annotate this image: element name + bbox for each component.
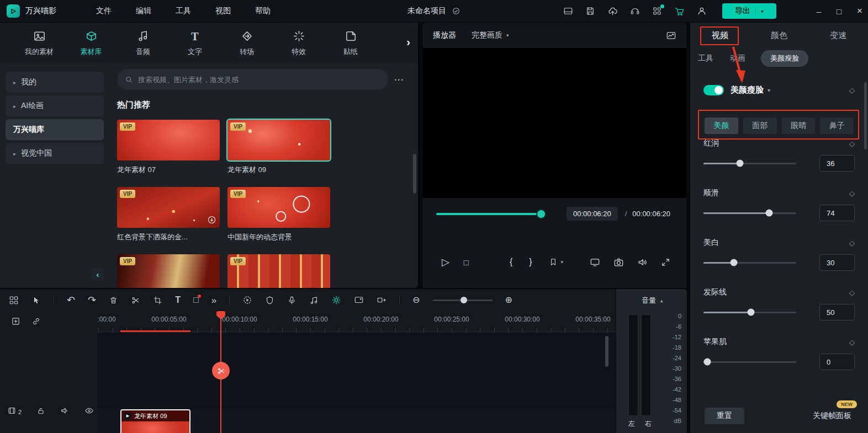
link-clips-icon[interactable] <box>31 317 41 326</box>
menu-edit[interactable]: 编辑 <box>136 6 151 16</box>
keyframe-diamond-icon[interactable]: ◇ <box>849 288 855 297</box>
keyframe-panel-button[interactable]: 关键帧面板 NEW <box>811 408 854 424</box>
zoom-handle[interactable] <box>461 297 467 303</box>
slider-track[interactable] <box>703 212 796 214</box>
tab-stickers[interactable]: 贴纸 <box>326 30 375 57</box>
zoom-in-icon[interactable]: ⊕ <box>505 296 512 304</box>
add-text-icon[interactable]: T <box>175 295 181 305</box>
keyframe-diamond-icon[interactable]: ◇ <box>849 86 855 94</box>
cloud-upload-icon[interactable] <box>607 6 618 17</box>
feature-caret-icon[interactable]: ▾ <box>768 87 770 93</box>
keyframe-play-icon[interactable] <box>242 295 252 305</box>
beauty-tab-nose[interactable]: 鼻子 <box>820 117 854 134</box>
apps-grid-icon[interactable] <box>652 6 662 16</box>
timeline-clip[interactable]: ▶ 龙年素材 09 <box>120 409 190 433</box>
timeline-zoom-slider[interactable] <box>433 300 493 301</box>
headset-icon[interactable] <box>630 6 640 16</box>
tab-transition[interactable]: 转场 <box>222 30 272 57</box>
subtab-tools[interactable]: 工具 <box>698 54 713 63</box>
hide-track-icon[interactable] <box>84 406 94 415</box>
stabilize-shield-icon[interactable] <box>265 296 274 305</box>
mirror-display-icon[interactable] <box>590 257 600 268</box>
slider-handle[interactable] <box>703 359 711 366</box>
beauty-tab-face[interactable]: 面部 <box>743 117 777 134</box>
keyframe-diamond-icon[interactable]: ◇ <box>849 338 855 346</box>
account-icon[interactable] <box>697 6 707 16</box>
playhead-handle[interactable] <box>216 311 225 316</box>
zoom-out-icon[interactable]: ⊖ <box>412 296 420 304</box>
save-icon[interactable] <box>585 6 595 16</box>
track-count-icon[interactable]: 2 <box>8 406 22 415</box>
scopes-icon[interactable] <box>666 30 676 41</box>
slider-value-input[interactable]: 30 <box>819 254 855 271</box>
stop-button-icon[interactable]: □ <box>464 258 469 267</box>
current-time[interactable]: 00:00:06:20 <box>567 207 618 221</box>
export-caret-icon[interactable]: ▾ <box>761 8 764 14</box>
menu-tools[interactable]: 工具 <box>176 6 191 16</box>
tab-color[interactable]: 颜色 <box>749 30 808 41</box>
slider-handle[interactable] <box>747 309 754 316</box>
tab-text[interactable]: T 文字 <box>170 30 220 57</box>
delete-icon[interactable] <box>109 296 118 305</box>
thumbnail-red-gold[interactable]: VIP <box>117 187 220 228</box>
timeline-scrollbar[interactable] <box>605 336 608 367</box>
snapshot-camera-icon[interactable] <box>613 257 624 268</box>
slider-handle[interactable] <box>766 210 773 217</box>
search-input[interactable] <box>138 76 380 84</box>
tab-speed[interactable]: 变速 <box>809 30 868 41</box>
tab-my-media[interactable]: 我的素材 <box>14 30 64 57</box>
cart-icon[interactable] <box>674 6 685 17</box>
minimize-button[interactable]: – <box>817 7 821 16</box>
mark-out-icon[interactable]: } <box>529 257 532 267</box>
sidebar-item-ai-painting[interactable]: ▸ AI绘画 <box>6 95 104 116</box>
thumbnail-longnian-07[interactable]: VIP <box>117 120 220 161</box>
project-name[interactable]: 未命名项目 <box>407 6 446 16</box>
maximize-button[interactable]: □ <box>837 7 841 16</box>
beauty-tab-beauty[interactable]: 美颜 <box>705 117 738 134</box>
media-scrollbar[interactable] <box>413 154 416 194</box>
tab-audio[interactable]: 音频 <box>118 30 168 57</box>
render-preview-icon[interactable] <box>331 295 341 305</box>
workspace-layout-icon[interactable] <box>9 295 19 305</box>
beauty-tab-eyes[interactable]: 眼睛 <box>782 117 816 134</box>
slider-track[interactable] <box>703 312 796 313</box>
layout-icon[interactable] <box>563 6 573 16</box>
play-button-icon[interactable]: ▷ <box>442 256 449 268</box>
sidebar-item-wondershare-library[interactable]: 万兴喵库 <box>6 119 104 140</box>
thumbnail-longnian-09-selected[interactable]: VIP <box>227 120 330 161</box>
tabs-expand-arrow-icon[interactable]: › <box>406 36 410 49</box>
thumbnail-partial-2[interactable]: VIP <box>227 254 330 288</box>
menu-help[interactable]: 帮助 <box>255 6 271 16</box>
slider-track[interactable] <box>703 163 796 164</box>
properties-scrollbar[interactable] <box>864 82 867 149</box>
more-options-icon[interactable]: ⋯ <box>388 74 410 85</box>
marker-icon[interactable] <box>549 258 558 266</box>
more-tools-icon[interactable]: » <box>211 296 216 305</box>
slider-value-input[interactable]: 50 <box>819 304 855 320</box>
slider-handle[interactable] <box>731 259 738 266</box>
lock-track-icon[interactable] <box>36 407 45 415</box>
menu-view[interactable]: 视图 <box>215 6 231 16</box>
keyframe-diamond-icon[interactable]: ◇ <box>849 239 855 247</box>
thumbnail-partial-1[interactable]: VIP <box>117 254 220 288</box>
menu-file[interactable]: 文件 <box>96 6 112 16</box>
sidebar-item-mine[interactable]: ▸ 我的 <box>6 72 104 93</box>
quality-dropdown[interactable]: 完整画质 ▾ <box>472 30 509 40</box>
mark-in-icon[interactable]: { <box>510 257 512 267</box>
screen-record-icon[interactable] <box>354 295 364 305</box>
redo-icon[interactable]: ↷ <box>88 295 96 305</box>
close-button[interactable]: × <box>857 6 862 17</box>
slider-track[interactable] <box>703 361 796 363</box>
playback-progress-handle[interactable] <box>537 210 545 218</box>
volume-collapse-icon[interactable]: ▴ <box>660 298 663 303</box>
split-scissors-icon[interactable] <box>131 296 140 305</box>
undo-icon[interactable]: ↶ <box>67 295 75 305</box>
cut-scissors-badge[interactable] <box>212 362 230 379</box>
voiceover-mic-icon[interactable] <box>287 296 297 305</box>
subtab-beauty-active[interactable]: 美颜瘦脸 <box>761 50 808 67</box>
auto-ripple-icon[interactable] <box>377 295 387 305</box>
select-cursor-icon[interactable] <box>31 296 41 305</box>
sidebar-item-vcg[interactable]: ▸ 视觉中国 <box>6 143 104 164</box>
mute-track-icon[interactable] <box>60 406 70 415</box>
sidebar-collapse-button[interactable]: ‹ <box>92 268 104 280</box>
